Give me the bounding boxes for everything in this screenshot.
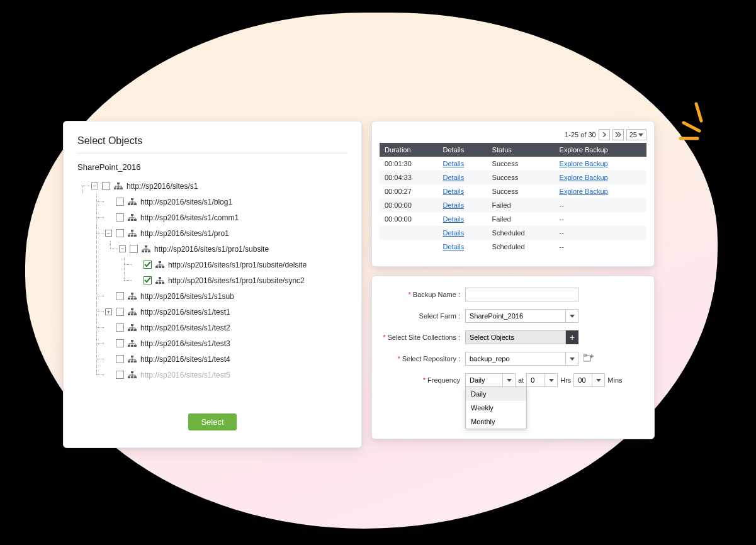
- tree-node-label[interactable]: http://sp2016/sites/s1: [127, 182, 198, 191]
- svg-rect-51: [131, 371, 133, 373]
- svg-rect-53: [131, 376, 133, 378]
- tree-node-label[interactable]: http://sp2016/sites/s1/pro1/subsite: [154, 245, 269, 254]
- explore-backup-link[interactable]: Explore Backup: [560, 174, 608, 181]
- svg-rect-45: [131, 345, 133, 347]
- svg-rect-16: [128, 235, 130, 237]
- site-hierarchy-icon: [128, 293, 137, 300]
- details-link[interactable]: Details: [443, 160, 465, 167]
- toggle-spacer: [133, 261, 140, 268]
- next-page-button[interactable]: [599, 129, 610, 140]
- svg-rect-29: [159, 282, 161, 284]
- tree-node-label[interactable]: http://sp2016/sites/s1/pro1: [140, 229, 229, 238]
- svg-rect-37: [131, 313, 133, 315]
- site-hierarchy-icon: [128, 324, 137, 332]
- expand-toggle[interactable]: +: [105, 308, 112, 315]
- frequency-option[interactable]: Monthly: [466, 415, 526, 429]
- collapse-toggle[interactable]: −: [91, 183, 98, 189]
- svg-rect-9: [131, 203, 133, 205]
- tree-node-label[interactable]: http://sp2016/sites/s1/test4: [140, 355, 230, 364]
- column-header[interactable]: Duration: [380, 143, 438, 157]
- add-site-collection-button[interactable]: +: [566, 330, 578, 344]
- frequency-option[interactable]: Weekly: [466, 401, 526, 415]
- select-farm-dropdown[interactable]: SharePoint_2016: [465, 309, 578, 323]
- page-size-selector[interactable]: 25: [626, 129, 646, 140]
- tree-checkbox[interactable]: [144, 276, 152, 284]
- column-header[interactable]: Explore Backup: [555, 143, 646, 157]
- tree-node: http://sp2016/sites/s1/blog1: [105, 194, 347, 210]
- column-header[interactable]: Details: [438, 143, 487, 157]
- details-link[interactable]: Details: [443, 174, 465, 181]
- tree-node-label[interactable]: http://sp2016/sites/s1/comm1: [140, 213, 239, 222]
- details-link[interactable]: Details: [443, 243, 465, 250]
- minute-dropdown[interactable]: 00: [573, 373, 605, 387]
- status-cell: Success: [487, 171, 555, 184]
- tree-checkbox[interactable]: [116, 292, 124, 300]
- add-repository-button[interactable]: [584, 354, 594, 364]
- frequency-label: Frequency: [427, 376, 460, 384]
- details-link[interactable]: Details: [443, 201, 465, 209]
- tree-node-label[interactable]: http://sp2016/sites/s1/test2: [140, 323, 230, 332]
- svg-rect-41: [131, 329, 133, 331]
- tree-scroll-area[interactable]: −http://sp2016/sites/s1http://sp2016/sit…: [77, 178, 347, 405]
- tree-node-label[interactable]: http://sp2016/sites/s1/test3: [140, 339, 230, 348]
- site-hierarchy-icon: [128, 371, 137, 379]
- hour-dropdown[interactable]: 0: [526, 373, 558, 387]
- tree-node: http://sp2016/sites/s1/comm1: [105, 210, 347, 225]
- tree-node: http://sp2016/sites/s1/test4: [105, 351, 347, 367]
- details-link[interactable]: Details: [443, 215, 465, 223]
- tree-node-label[interactable]: http://sp2016/sites/s1/test5: [140, 371, 230, 379]
- collapse-toggle[interactable]: −: [119, 245, 126, 252]
- tree-checkbox[interactable]: [116, 355, 124, 363]
- svg-rect-36: [128, 313, 130, 315]
- svg-rect-6: [120, 188, 123, 189]
- at-label: at: [518, 376, 524, 384]
- tree-checkbox[interactable]: [144, 261, 152, 269]
- tree-checkbox[interactable]: [116, 371, 124, 379]
- tree-checkbox[interactable]: [116, 323, 124, 332]
- tree-checkbox[interactable]: [116, 339, 124, 347]
- select-objects-panel: Select Objects SharePoint_2016 −http://s…: [63, 121, 362, 448]
- select-repository-dropdown[interactable]: backup_repo: [465, 352, 578, 366]
- explore-backup-link[interactable]: Explore Backup: [560, 160, 608, 167]
- tree-node-label[interactable]: http://sp2016/sites/s1/test1: [140, 308, 230, 317]
- toggle-spacer: [133, 277, 140, 284]
- column-header[interactable]: Status: [487, 143, 555, 157]
- table-row: 00:04:33DetailsSuccessExplore Backup: [380, 171, 646, 184]
- collapse-toggle[interactable]: −: [105, 230, 112, 237]
- tree-node-label[interactable]: http://sp2016/sites/s1/pro1/subsite/dels…: [168, 261, 307, 269]
- tree-checkbox[interactable]: [102, 182, 110, 190]
- frequency-row: *Frequency Daily DailyWeeklyMonthly at 0…: [382, 373, 644, 387]
- status-cell: Failed: [487, 198, 555, 212]
- svg-rect-52: [128, 376, 130, 378]
- select-site-collections-label: Select Site Collections :: [387, 334, 460, 341]
- backup-name-input[interactable]: [465, 288, 578, 301]
- svg-rect-20: [142, 250, 144, 252]
- svg-rect-22: [148, 250, 150, 252]
- tree-node-label[interactable]: http://sp2016/sites/s1/pro1/subsite/sync…: [168, 276, 305, 285]
- svg-rect-8: [128, 203, 130, 205]
- select-site-collections-row: *Select Site Collections : Select Object…: [382, 330, 644, 344]
- tree-checkbox[interactable]: [116, 229, 124, 237]
- toggle-spacer: [105, 371, 112, 378]
- site-hierarchy-icon: [128, 214, 137, 222]
- last-page-button[interactable]: [612, 129, 624, 140]
- frequency-option[interactable]: Daily: [466, 387, 526, 401]
- tree-checkbox[interactable]: [116, 308, 124, 316]
- svg-rect-4: [114, 188, 116, 189]
- duration-cell: 00:00:27: [380, 184, 438, 198]
- tree-checkbox[interactable]: [130, 245, 138, 253]
- svg-rect-12: [128, 219, 130, 221]
- details-link[interactable]: Details: [443, 188, 465, 195]
- select-button[interactable]: Select: [188, 413, 236, 430]
- toggle-spacer: [105, 356, 112, 362]
- tree-node-label[interactable]: http://sp2016/sites/s1/s1sub: [140, 292, 234, 301]
- chevron-down-icon: [566, 309, 578, 323]
- explore-backup-link[interactable]: Explore Backup: [560, 188, 608, 195]
- tree-checkbox[interactable]: [116, 213, 124, 222]
- toggle-spacer: [105, 293, 112, 300]
- svg-line-1: [684, 123, 699, 131]
- details-link[interactable]: Details: [443, 229, 465, 237]
- frequency-dropdown[interactable]: Daily DailyWeeklyMonthly: [465, 373, 516, 387]
- tree-checkbox[interactable]: [116, 198, 124, 206]
- tree-node-label[interactable]: http://sp2016/sites/s1/blog1: [140, 198, 232, 206]
